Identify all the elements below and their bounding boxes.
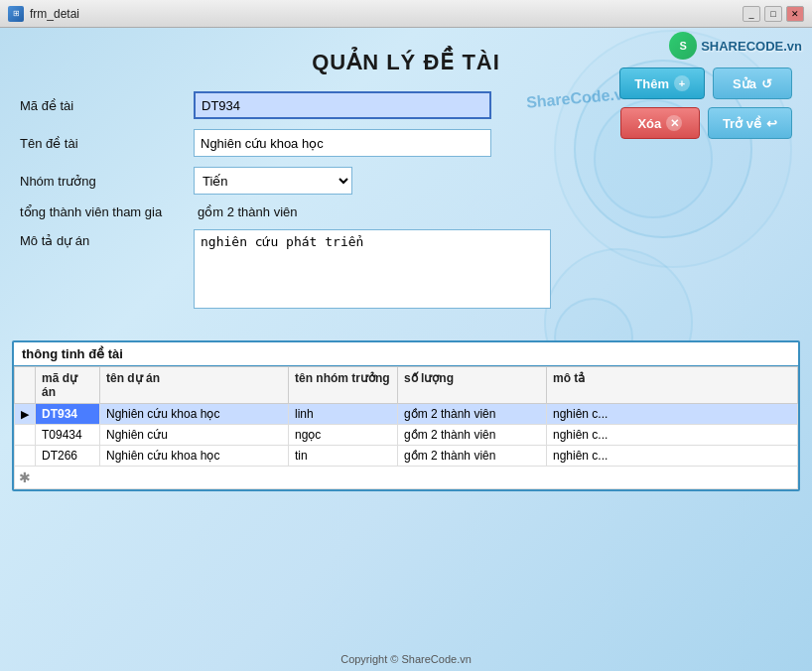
close-button[interactable]: ✕ [786, 6, 804, 22]
xoa-icon: ✕ [666, 115, 682, 131]
logo-area: S SHARECODE.vn [669, 32, 802, 60]
row-soluong: gồm 2 thành viên [398, 425, 547, 446]
row-nhom: linh [289, 404, 398, 425]
table-body: ▶DT934Nghiên cứu khoa họclinhgồm 2 thành… [15, 404, 798, 489]
ten-de-tai-row: Tên đề tài [20, 129, 576, 157]
table-row[interactable]: T09434Nghiên cứungọcgồm 2 thành viênnghi… [15, 425, 798, 446]
tong-tv-label: tổng thành viên tham gia [20, 204, 194, 219]
sua-icon: ↺ [761, 76, 772, 91]
mota-row: Mô tả dự án nghiên cứu phát triển [20, 229, 576, 309]
table-row[interactable]: ▶DT934Nghiên cứu khoa họclinhgồm 2 thành… [15, 404, 798, 425]
nhom-truong-row: Nhóm trưởng Tiến linh ngọc tin [20, 167, 576, 195]
table-header-row: mã dự án tên dự án tên nhóm trưởng số lư… [15, 367, 798, 404]
row-nhom: ngọc [289, 425, 398, 446]
them-icon: + [674, 75, 690, 91]
window-controls: _ □ ✕ [743, 6, 804, 22]
minimize-button[interactable]: _ [743, 6, 760, 22]
row-mota: nghiên c... [547, 404, 798, 425]
mota-label: Mô tả dự án [20, 229, 194, 248]
them-label: Thêm [634, 76, 669, 91]
logo-text: SHARECODE.vn [701, 39, 802, 54]
sua-label: Sửa [733, 76, 756, 91]
maximize-button[interactable]: □ [764, 6, 782, 22]
ten-input[interactable] [194, 129, 491, 157]
them-button[interactable]: Thêm + [619, 67, 705, 99]
logo-icon: S [669, 32, 697, 60]
tro-ve-label: Trở về [723, 116, 761, 131]
tong-tv-row: tổng thành viên tham gia gồm 2 thành viê… [20, 204, 576, 219]
xoa-button[interactable]: Xóa ✕ [620, 107, 700, 139]
col-nhom: tên nhóm trưởng [289, 367, 398, 404]
table-section-label: thông tinh đề tài [14, 342, 798, 366]
window-title-text: frm_detai [30, 7, 79, 21]
row-ma: DT934 [36, 404, 100, 425]
table-section: thông tinh đề tài mã dự án tên dự án tên… [12, 340, 800, 491]
row-indicator [15, 425, 36, 446]
row-mota: nghiên c... [547, 446, 798, 467]
tro-ve-button[interactable]: Trở về ↩ [708, 107, 792, 139]
col-indicator [15, 367, 36, 404]
ma-label: Mã đề tài [20, 98, 194, 113]
sua-button[interactable]: Sửa ↺ [713, 67, 792, 99]
row-mota: nghiên c... [547, 425, 798, 446]
action-buttons-area: Thêm + Sửa ↺ Xóa ✕ Trở về ↩ [619, 67, 792, 139]
buttons-row-2: Xóa ✕ Trở về ↩ [620, 107, 792, 139]
row-indicator [15, 446, 36, 467]
row-ma: T09434 [36, 425, 100, 446]
row-ten: Nghiên cứu khoa học [100, 446, 289, 467]
window-icon: ⊞ [8, 6, 24, 22]
xoa-label: Xóa [637, 116, 661, 131]
col-ten: tên dự án [100, 367, 289, 404]
table-row[interactable]: DT266Nghiên cứu khoa họctingồm 2 thành v… [15, 446, 798, 467]
new-row-indicator: ✱ [15, 467, 798, 489]
ten-label: Tên đề tài [20, 136, 194, 151]
table-new-row: ✱ [15, 467, 798, 489]
row-indicator: ▶ [15, 404, 36, 425]
nhom-select[interactable]: Tiến linh ngọc tin [194, 167, 352, 195]
row-ten: Nghiên cứu [100, 425, 289, 446]
window-titlebar: ⊞ frm_detai _ □ ✕ [0, 0, 812, 28]
copyright: Copyright © ShareCode.vn [340, 653, 472, 665]
row-nhom: tin [289, 446, 398, 467]
row-ma: DT266 [36, 446, 100, 467]
row-ten: Nghiên cứu khoa học [100, 404, 289, 425]
nhom-label: Nhóm trưởng [20, 174, 194, 189]
col-ma: mã dự án [36, 367, 100, 404]
logo-icon-text: S [679, 40, 686, 52]
col-mota: mô tả [547, 367, 798, 404]
mota-textarea[interactable]: nghiên cứu phát triển [194, 229, 551, 309]
ma-input[interactable] [194, 91, 491, 119]
form-area: Mã đề tài Tên đề tài Nhóm trưởng Tiến li… [20, 91, 576, 309]
tro-ve-icon: ↩ [766, 116, 777, 131]
tong-tv-value: gồm 2 thành viên [198, 204, 298, 219]
ma-de-tai-row: Mã đề tài [20, 91, 576, 119]
col-soluong: số lượng [398, 367, 547, 404]
row-soluong: gồm 2 thành viên [398, 404, 547, 425]
row-soluong: gồm 2 thành viên [398, 446, 547, 467]
data-table: mã dự án tên dự án tên nhóm trưởng số lư… [14, 366, 798, 489]
buttons-row-1: Thêm + Sửa ↺ [619, 67, 792, 99]
